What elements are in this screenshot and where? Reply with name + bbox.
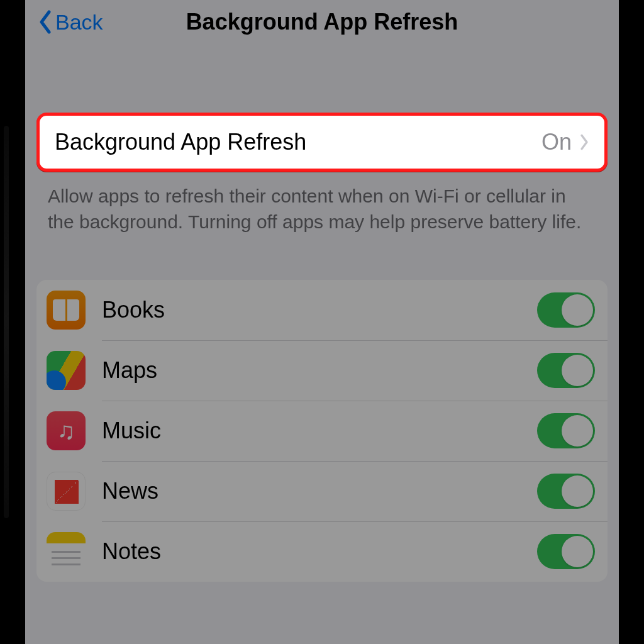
background-refresh-value: On <box>541 129 572 155</box>
spacer <box>25 44 619 113</box>
toggle-news[interactable] <box>537 474 595 509</box>
toggle-maps[interactable] <box>537 353 595 388</box>
app-label: Maps <box>102 357 537 384</box>
nav-bar: Back Background App Refresh <box>25 0 619 44</box>
spacer <box>25 235 619 280</box>
section-footer: Allow apps to refresh their content when… <box>25 172 619 235</box>
app-row-notes: Notes <box>36 521 608 582</box>
bezel-right <box>619 0 644 644</box>
toggle-books[interactable] <box>537 292 595 328</box>
app-list: Books Maps Music News Notes <box>36 280 608 582</box>
chevron-right-icon <box>579 133 589 151</box>
news-icon <box>47 472 86 511</box>
app-label: Notes <box>102 538 537 565</box>
back-button[interactable]: Back <box>38 9 103 35</box>
background-refresh-row-highlight[interactable]: Background App Refresh On <box>36 113 608 172</box>
background-refresh-label: Background App Refresh <box>55 129 541 155</box>
page-title: Background App Refresh <box>25 9 619 35</box>
app-row-news: News <box>36 461 608 521</box>
bezel-left <box>0 0 25 644</box>
screen: Back Background App Refresh Background A… <box>25 0 619 644</box>
app-label: Music <box>102 418 537 444</box>
music-icon <box>47 411 86 450</box>
app-row-music: Music <box>36 401 608 461</box>
app-label: Books <box>102 297 537 323</box>
toggle-music[interactable] <box>537 413 595 448</box>
chevron-left-icon <box>38 9 53 35</box>
maps-icon <box>47 351 86 390</box>
back-label: Back <box>55 10 103 35</box>
notes-icon <box>47 532 86 571</box>
books-icon <box>47 291 86 330</box>
app-label: News <box>102 478 537 504</box>
toggle-notes[interactable] <box>537 534 595 569</box>
app-row-books: Books <box>36 280 608 340</box>
app-row-maps: Maps <box>36 340 608 401</box>
device-frame: Back Background App Refresh Background A… <box>0 0 644 644</box>
